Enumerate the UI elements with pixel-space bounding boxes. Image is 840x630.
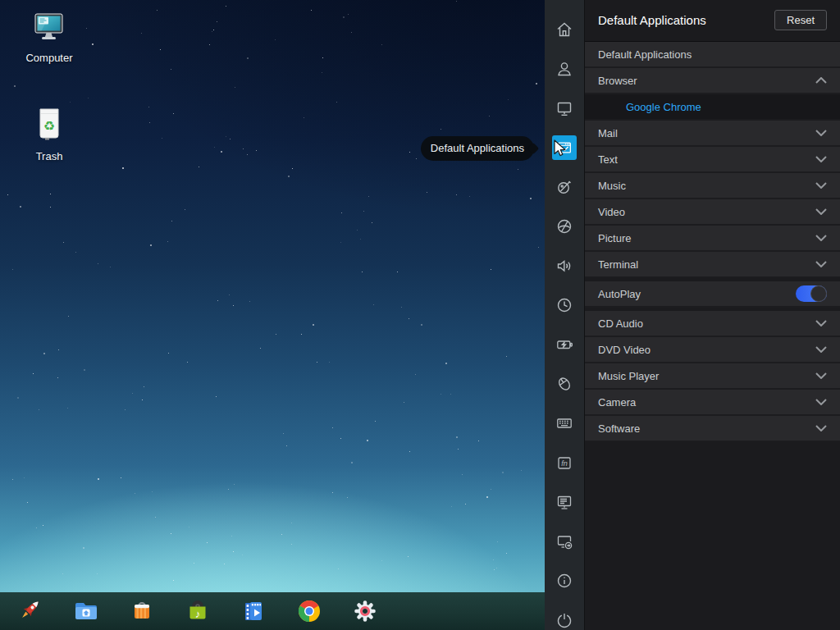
sidebar-item-remote-assistance[interactable] — [545, 522, 584, 561]
boot-menu-icon — [555, 492, 574, 512]
settings-sidebar: fn — [545, 0, 584, 630]
autoplay-options-group: CD Audio DVD Video Music Player Camera S… — [585, 311, 840, 442]
starfield — [0, 0, 545, 630]
row-music-player[interactable]: Music Player — [585, 363, 840, 390]
power-icon — [555, 335, 574, 354]
sidebar-item-power[interactable] — [545, 325, 584, 364]
tooltip: Default Applications — [421, 136, 534, 161]
chevron-down-icon — [815, 208, 827, 215]
sidebar-item-default-applications[interactable] — [545, 128, 584, 167]
row-browser[interactable]: Browser — [585, 68, 840, 94]
music-app-icon[interactable]: ♪ — [185, 598, 211, 624]
chevron-down-icon — [815, 399, 827, 405]
desktop-icon-trash-label: Trash — [36, 150, 63, 162]
row-video[interactable]: Video — [585, 199, 840, 226]
chrome-icon[interactable] — [296, 598, 322, 624]
row-mail[interactable]: Mail — [585, 121, 840, 147]
row-camera[interactable]: Camera — [585, 390, 840, 416]
chevron-down-icon — [815, 320, 827, 326]
chevron-down-icon — [815, 182, 827, 189]
svg-text:♪: ♪ — [195, 608, 201, 620]
sidebar-item-boot-menu[interactable] — [545, 482, 584, 522]
autoplay-group: AutoPlay — [585, 281, 840, 308]
home-icon — [555, 20, 574, 39]
chevron-down-icon — [815, 261, 827, 267]
svg-text:♻: ♻ — [43, 119, 55, 133]
trash-icon: ♻ — [33, 108, 66, 144]
control-center-icon[interactable] — [352, 598, 378, 624]
settings-panel: Default Applications Reset Default Appli… — [584, 0, 840, 630]
desktop-icon-computer[interactable]: Computer — [14, 13, 84, 64]
reset-button[interactable]: Reset — [774, 10, 827, 30]
sidebar-item-personalization[interactable] — [545, 167, 584, 207]
row-picture[interactable]: Picture — [585, 226, 840, 252]
network-icon — [555, 217, 574, 236]
dock: ♪ — [0, 592, 545, 630]
shortcuts-icon: fn — [555, 453, 574, 472]
sidebar-item-mouse[interactable] — [545, 364, 584, 404]
desktop-icon-computer-label: Computer — [25, 52, 72, 64]
system-info-icon — [555, 571, 574, 591]
chevron-down-icon — [815, 130, 827, 136]
display-icon — [555, 98, 574, 118]
chevron-down-icon — [815, 346, 827, 353]
movie-app-icon[interactable] — [240, 598, 267, 624]
default-applications-icon — [552, 135, 577, 160]
mouse-icon — [555, 374, 574, 394]
svg-text:fn: fn — [561, 459, 568, 468]
launcher-icon[interactable] — [17, 598, 43, 624]
sidebar-item-shortcuts[interactable]: fn — [545, 443, 584, 482]
sidebar-item-time[interactable] — [545, 285, 584, 325]
screen: Computer ♻ Trash Default Applications — [0, 0, 840, 630]
row-terminal[interactable]: Terminal — [585, 252, 840, 278]
shutdown-icon — [555, 610, 574, 630]
row-software[interactable]: Software — [585, 416, 840, 442]
sidebar-item-display[interactable] — [545, 89, 584, 128]
autoplay-toggle[interactable] — [796, 285, 827, 302]
row-dvd-video[interactable]: DVD Video — [585, 337, 840, 363]
chevron-down-icon — [815, 156, 827, 162]
default-browser-value: Google Chrome — [626, 101, 701, 113]
desktop-wallpaper[interactable]: Computer ♻ Trash Default Applications — [0, 0, 545, 630]
default-apps-group: Default Applications Browser Google Chro… — [585, 42, 840, 278]
toggle-knob — [810, 285, 827, 302]
sidebar-item-system-info[interactable] — [545, 561, 584, 600]
page-title: Default Applications — [598, 0, 706, 41]
computer-icon — [30, 13, 68, 46]
keyboard-icon — [555, 413, 574, 433]
tooltip-text: Default Applications — [431, 142, 524, 154]
desktop-icon-trash[interactable]: ♻ Trash — [14, 108, 84, 162]
chevron-down-icon — [815, 372, 827, 379]
sidebar-item-network[interactable] — [545, 207, 584, 246]
panel-header: Default Applications Reset — [585, 0, 840, 42]
chevron-down-icon — [815, 235, 827, 241]
chevron-up-icon — [815, 77, 827, 84]
row-music[interactable]: Music — [585, 173, 840, 199]
file-manager-icon[interactable] — [73, 598, 99, 624]
app-store-icon[interactable] — [129, 598, 155, 624]
sidebar-item-keyboard[interactable] — [545, 404, 584, 443]
chevron-down-icon — [815, 425, 827, 431]
sidebar-item-home[interactable] — [545, 10, 584, 49]
account-icon — [555, 59, 574, 79]
row-cd-audio[interactable]: CD Audio — [585, 311, 840, 337]
sound-icon — [555, 256, 574, 276]
row-browser-option-google-chrome[interactable]: Google Chrome — [585, 94, 840, 121]
row-text[interactable]: Text — [585, 147, 840, 173]
remote-assistance-icon — [555, 532, 574, 551]
time-icon — [555, 295, 574, 315]
sidebar-item-sound[interactable] — [545, 246, 584, 285]
section-label-default-applications: Default Applications — [585, 42, 840, 68]
row-autoplay: AutoPlay — [585, 281, 840, 308]
sidebar-item-accounts[interactable] — [545, 49, 584, 89]
sidebar-item-shutdown[interactable] — [545, 600, 584, 630]
personalization-icon — [555, 177, 574, 197]
